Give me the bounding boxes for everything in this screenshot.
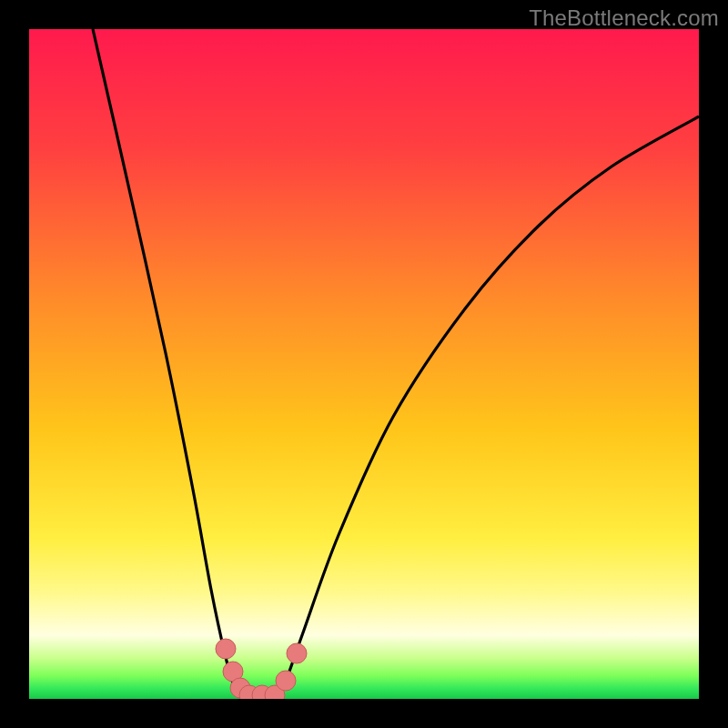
- data-marker: [287, 643, 307, 663]
- data-marker: [276, 671, 296, 691]
- watermark-text: TheBottleneck.com: [529, 5, 719, 31]
- bottleneck-chart: [29, 29, 699, 699]
- chart-background: [29, 29, 699, 699]
- data-marker: [216, 639, 236, 659]
- chart-frame: [29, 29, 699, 699]
